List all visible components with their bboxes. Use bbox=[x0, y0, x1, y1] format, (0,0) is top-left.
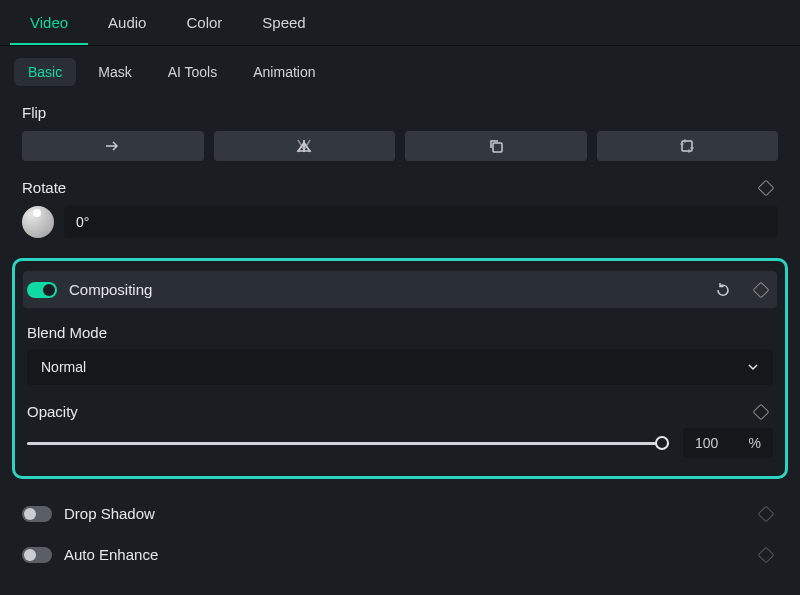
diamond-icon bbox=[753, 403, 770, 420]
flip-buttons bbox=[22, 131, 778, 161]
rotate-label: Rotate bbox=[22, 179, 66, 196]
drop-shadow-toggle[interactable] bbox=[22, 506, 52, 522]
subtab-mask[interactable]: Mask bbox=[84, 58, 145, 86]
diamond-icon bbox=[758, 179, 775, 196]
subtab-animation[interactable]: Animation bbox=[239, 58, 329, 86]
diamond-icon bbox=[753, 281, 770, 298]
slider-track bbox=[27, 442, 669, 445]
drop-shadow-label: Drop Shadow bbox=[64, 505, 742, 522]
diamond-icon bbox=[758, 546, 775, 563]
opacity-keyframe-button[interactable] bbox=[749, 406, 773, 418]
rotate-keyframe-button[interactable] bbox=[754, 182, 778, 194]
diamond-icon bbox=[758, 505, 775, 522]
rotate-value-input[interactable]: 0° bbox=[64, 206, 778, 238]
chevron-down-icon bbox=[747, 361, 759, 373]
slider-thumb[interactable] bbox=[655, 436, 669, 450]
rotate-knob[interactable] bbox=[22, 206, 54, 238]
subtab-ai-tools[interactable]: AI Tools bbox=[154, 58, 232, 86]
crop-button[interactable] bbox=[597, 131, 779, 161]
flip-horizontal-button[interactable] bbox=[22, 131, 204, 161]
subtab-basic[interactable]: Basic bbox=[14, 58, 76, 86]
drop-shadow-keyframe-button[interactable] bbox=[754, 508, 778, 520]
compositing-reset-button[interactable] bbox=[709, 282, 737, 298]
flip-vertical-icon bbox=[295, 139, 313, 153]
flip-horizontal-icon bbox=[105, 139, 121, 153]
blend-mode-select[interactable]: Normal bbox=[27, 349, 773, 385]
compositing-toggle[interactable] bbox=[27, 282, 57, 298]
opacity-slider[interactable] bbox=[27, 433, 669, 453]
opacity-value-input[interactable]: 100 % bbox=[683, 428, 773, 458]
flip-label: Flip bbox=[22, 104, 778, 121]
opacity-unit: % bbox=[749, 435, 761, 451]
auto-enhance-label: Auto Enhance bbox=[64, 546, 742, 563]
svg-rect-1 bbox=[682, 141, 692, 151]
opacity-value: 100 bbox=[695, 435, 718, 451]
tab-color[interactable]: Color bbox=[166, 0, 242, 45]
auto-enhance-toggle[interactable] bbox=[22, 547, 52, 563]
copy-button[interactable] bbox=[405, 131, 587, 161]
blend-mode-label: Blend Mode bbox=[27, 324, 773, 341]
tab-audio[interactable]: Audio bbox=[88, 0, 166, 45]
svg-rect-0 bbox=[493, 143, 502, 152]
opacity-label: Opacity bbox=[27, 403, 78, 420]
compositing-highlight: Compositing Blend Mode Normal Opacity bbox=[12, 258, 788, 479]
main-tabs: Video Audio Color Speed bbox=[0, 0, 800, 46]
reset-icon bbox=[715, 282, 731, 298]
compositing-label: Compositing bbox=[69, 281, 697, 298]
blend-mode-value: Normal bbox=[41, 359, 86, 375]
copy-icon bbox=[488, 138, 504, 154]
crop-icon bbox=[679, 138, 695, 154]
tab-video[interactable]: Video bbox=[10, 0, 88, 45]
compositing-keyframe-button[interactable] bbox=[749, 284, 773, 296]
flip-vertical-button[interactable] bbox=[214, 131, 396, 161]
auto-enhance-keyframe-button[interactable] bbox=[754, 549, 778, 561]
sub-tabs: Basic Mask AI Tools Animation bbox=[0, 46, 800, 98]
tab-speed[interactable]: Speed bbox=[242, 0, 325, 45]
